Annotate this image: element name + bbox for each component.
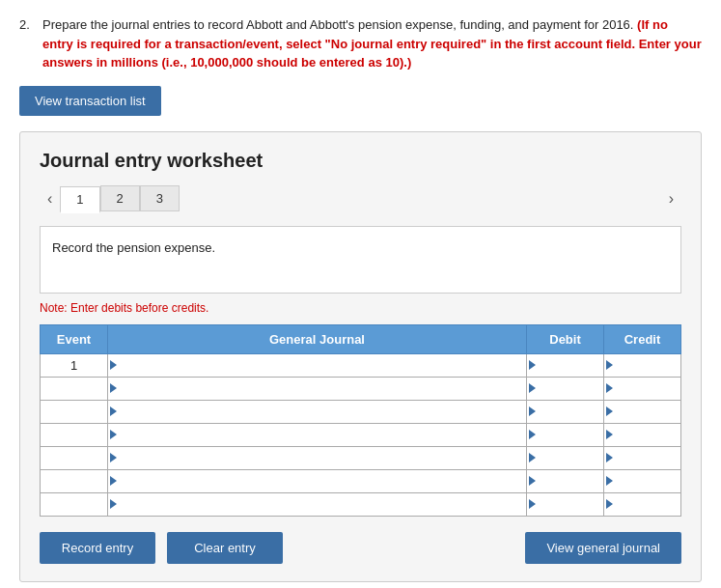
debit-cell[interactable] [527,353,604,377]
general-journal-cell[interactable] [108,492,527,516]
general-journal-input[interactable] [108,493,526,516]
general-journal-input[interactable] [108,378,526,400]
credit-indicator-icon [606,476,613,486]
table-header-row: Event General Journal Debit Credit [41,324,681,353]
header-event: Event [41,324,108,353]
general-journal-cell[interactable] [108,400,527,423]
general-journal-cell[interactable] [108,423,527,446]
credit-input[interactable] [604,401,680,423]
description-text: Record the pension expense. [52,240,215,255]
debit-input[interactable] [527,447,603,469]
general-journal-input[interactable] [108,424,526,446]
view-transaction-button[interactable]: View transaction list [19,86,161,116]
note-text: Note: Enter debits before credits. [40,301,681,315]
credit-cell[interactable] [604,353,681,377]
general-journal-cell[interactable] [108,377,527,400]
general-journal-input[interactable] [108,354,526,377]
event-cell [41,469,108,492]
general-journal-cell[interactable] [108,353,527,377]
credit-indicator-icon [606,406,613,416]
event-cell [41,423,108,446]
record-entry-button[interactable]: Record entry [40,532,155,564]
question-text-normal: Prepare the journal entries to record Ab… [42,17,637,32]
debit-cell[interactable] [527,377,604,400]
credit-indicator-icon [606,383,613,393]
debit-indicator-icon [529,476,536,486]
credit-input[interactable] [604,470,680,492]
header-general-journal: General Journal [108,324,527,353]
credit-cell[interactable] [604,400,681,423]
cell-indicator-icon [110,453,117,462]
cell-indicator-icon [110,430,117,439]
event-cell [41,492,108,516]
credit-cell[interactable] [604,469,681,492]
journal-table: Event General Journal Debit Credit 1 [40,324,681,517]
debit-cell[interactable] [527,469,604,492]
question-number: 2. [19,15,35,72]
header-debit: Debit [527,324,604,353]
debit-indicator-icon [529,499,536,509]
credit-indicator-icon [606,499,613,509]
general-journal-input[interactable] [108,401,526,423]
debit-cell[interactable] [527,400,604,423]
clear-entry-button[interactable]: Clear entry [167,532,283,564]
credit-indicator-icon [606,430,613,439]
tab-1[interactable]: 1 [60,186,99,213]
question-text: Prepare the journal entries to record Ab… [42,15,702,72]
credit-cell[interactable] [604,492,681,516]
debit-input[interactable] [527,493,603,516]
tab-2[interactable]: 2 [100,185,140,211]
table-row [41,423,681,446]
general-journal-cell[interactable] [108,446,527,469]
debit-indicator-icon [529,406,536,416]
table-row [41,377,681,400]
credit-input[interactable] [604,447,680,469]
credit-cell[interactable] [604,446,681,469]
event-cell [41,377,108,400]
debit-indicator-icon [529,453,536,462]
debit-input[interactable] [527,470,603,492]
view-general-journal-button[interactable]: View general journal [525,532,681,564]
cell-indicator-icon [110,476,117,486]
credit-cell[interactable] [604,423,681,446]
debit-input[interactable] [527,401,603,423]
cell-indicator-icon [110,383,117,393]
cell-indicator-icon [110,499,117,509]
general-journal-input[interactable] [108,447,526,469]
table-row [41,400,681,423]
tab-next-button[interactable]: › [661,186,681,211]
table-row [41,469,681,492]
worksheet-container: Journal entry worksheet ‹ 1 2 3 › Record… [19,131,702,582]
credit-input[interactable] [604,424,680,446]
cell-indicator-icon [110,360,117,370]
event-cell [41,446,108,469]
debit-indicator-icon [529,360,536,370]
debit-cell[interactable] [527,423,604,446]
cell-indicator-icon [110,406,117,416]
debit-input[interactable] [527,424,603,446]
debit-indicator-icon [529,383,536,393]
worksheet-title: Journal entry worksheet [40,150,681,172]
event-cell: 1 [41,353,108,377]
table-row [41,492,681,516]
table-row [41,446,681,469]
credit-input[interactable] [604,378,680,400]
tab-prev-button[interactable]: ‹ [40,186,60,211]
credit-indicator-icon [606,453,613,462]
credit-input[interactable] [604,493,680,516]
general-journal-input[interactable] [108,470,526,492]
event-cell [41,400,108,423]
debit-cell[interactable] [527,492,604,516]
description-box: Record the pension expense. [40,226,681,294]
credit-cell[interactable] [604,377,681,400]
general-journal-cell[interactable] [108,469,527,492]
tab-3[interactable]: 3 [140,185,180,211]
debit-input[interactable] [527,378,603,400]
debit-indicator-icon [529,430,536,439]
debit-input[interactable] [527,354,603,377]
debit-cell[interactable] [527,446,604,469]
credit-input[interactable] [604,354,680,377]
header-credit: Credit [604,324,681,353]
table-row: 1 [41,353,681,377]
buttons-row: Record entry Clear entry View general jo… [40,532,681,564]
